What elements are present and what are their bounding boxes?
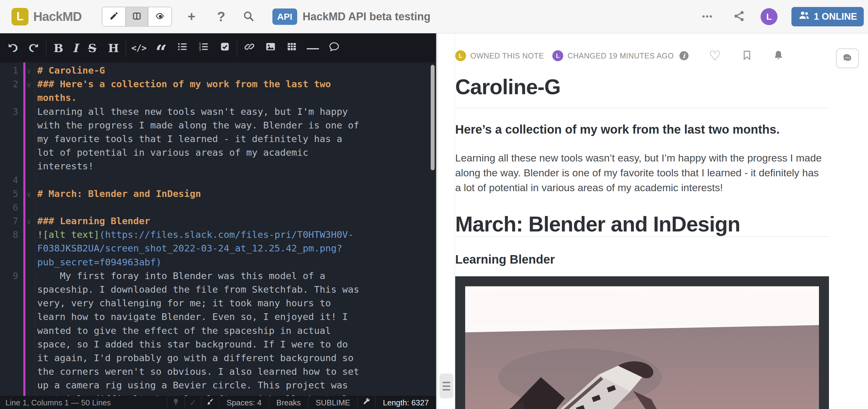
preview-mode-button[interactable] [148,7,171,26]
link-icon [244,41,255,55]
linebreak-setting[interactable]: Breaks [269,396,308,409]
editor-line[interactable]: 2∨### Here's a collection of my work fro… [0,77,436,91]
night-mode-toggle[interactable] [167,396,185,409]
favorite-heart-icon[interactable]: ♡ [709,50,721,62]
main-split: B I S H </> “ 123 [0,33,868,409]
search-button[interactable] [242,7,255,26]
line-number: 8 [0,228,18,241]
editor-line[interactable]: lot of potential in various areas of my … [0,146,436,159]
brand-name[interactable]: HackMD [33,9,82,24]
keymap-setting[interactable]: SUBLIME [308,396,358,409]
editor-line[interactable]: learn how to navigate Blender. Even so, … [0,310,436,324]
pencil-icon [109,11,118,22]
online-users-button[interactable]: 1 ONLINE [792,7,864,26]
editor-line[interactable]: 3Learning all these new tools wasn't eas… [0,105,436,118]
last-editor-avatar[interactable]: L [552,50,563,61]
split-mode-button[interactable] [125,7,148,26]
api-badge: API [272,8,297,25]
editor-line[interactable]: spaceship. I downloaded the file from Sk… [0,283,436,296]
fold-chevron-icon[interactable]: ∨ [18,215,37,229]
new-note-button[interactable]: + [185,7,198,26]
link-button[interactable] [243,38,256,58]
redo-button[interactable] [27,38,40,58]
editor-line[interactable]: 6 [0,201,436,214]
hackmd-logo[interactable]: L [11,8,28,25]
note-meta-row: L OWNED THIS NOTE L CHANGED 19 MINUTES A… [455,50,829,62]
line-text: spaceship. I downloaded the file from Sk… [37,283,359,296]
editor-line[interactable]: months. [0,91,436,105]
paragraph-line: along the way. Blender is one of my favo… [455,166,829,180]
bookmark-icon[interactable] [742,50,752,62]
split-view-icon [132,11,141,22]
line-text: # March: Blender and InDesign [37,187,201,201]
editor-line[interactable]: very, very challenging for me; it took m… [0,296,436,310]
indent-setting[interactable]: Spaces: 4 [219,396,269,409]
editor-line[interactable]: space, so I added this star background. … [0,338,436,351]
insert-image-button[interactable] [264,38,277,58]
divider-rule [455,236,829,237]
more-menu-button[interactable]: ••• [701,7,715,26]
code-button[interactable]: </> [131,38,147,58]
editor-line[interactable]: pub_secret=f094963abf) [0,255,436,269]
line-text: the corners weren't so obvious. I also l… [37,365,359,378]
bold-button[interactable]: B [52,38,65,58]
editor-line[interactable]: wanted to give the effect of the spacesh… [0,324,436,338]
help-button[interactable]: ? [214,7,228,26]
line-text: ### Learning Blender [37,214,150,228]
editor-line[interactable]: 9 My first foray into Blender was this m… [0,269,436,283]
editor-line[interactable]: it again, I'd probably go with a differe… [0,351,436,365]
share-icon [733,10,745,23]
horizontal-rule-button[interactable]: — [306,38,319,58]
editor-line[interactable]: 8![alt text](https://files.slack.com/fil… [0,228,436,241]
fold-chevron-icon[interactable]: ∨ [18,188,37,202]
owner-avatar[interactable]: L [455,50,466,61]
share-button[interactable] [732,7,746,26]
italic-button[interactable]: I [69,38,82,58]
line-number: 1 [0,64,18,77]
comment-panel-tab[interactable] [836,49,859,68]
fold-chevron-icon[interactable]: ∨ [18,78,37,92]
bell-icon[interactable] [773,50,784,62]
info-icon[interactable]: i [679,51,688,60]
editor-line[interactable]: interests! [0,159,436,173]
editor-line[interactable]: my favorite tools that I learned - it de… [0,132,436,146]
editor-line[interactable]: 5∨# March: Blender and InDesign [0,187,436,201]
checklist-button[interactable] [218,38,231,58]
ordered-list-button[interactable]: 123 [197,38,210,58]
paragraph-line: a lot of potential in various areas of m… [455,180,829,195]
editor-line[interactable]: F038JKSB2UA/screen_shot_2022-03-24_at_12… [0,241,436,255]
spellcheck-toggle[interactable]: ✓ [185,396,201,409]
editor-line[interactable]: 1∨# Caroline-G [0,64,436,77]
quote-button[interactable]: “ [155,38,168,58]
editor-line[interactable]: with the progress I made along the way. … [0,118,436,132]
editor-line[interactable]: up a camera rig using a Bevier circle. T… [0,378,436,392]
fold-chevron-icon[interactable]: ∨ [18,64,37,78]
editor-line[interactable]: 7∨### Learning Blender [0,214,436,228]
divider-rule [455,108,829,108]
editor-lines: 1∨# Caroline-G2∨### Here's a collection … [0,62,436,396]
editor-body[interactable]: 1∨# Caroline-G2∨### Here's a collection … [0,62,436,396]
editor-scrollbar-thumb[interactable] [431,65,435,170]
unordered-list-button[interactable] [176,38,189,58]
comment-button[interactable] [328,38,341,58]
strikethrough-button[interactable]: S [86,38,99,58]
preview-subtitle: Here’s a collection of my work from the … [455,121,829,137]
line-text: ![alt text](https://files.slack.com/file… [37,228,353,241]
editor-line[interactable]: the corners weren't so obvious. I also l… [0,365,436,378]
edit-mode-button[interactable] [102,7,125,26]
numbered-list-icon: 123 [198,41,209,55]
table-icon [286,41,297,55]
preferences-button[interactable] [358,396,375,409]
line-text: my favorite tools that I learned - it de… [37,132,342,146]
toolbar-separator [126,39,126,57]
editor-line[interactable]: certainly difficult, but also left me wi… [0,392,436,396]
editor-line[interactable]: 4 [0,173,436,187]
user-avatar[interactable]: L [761,8,777,25]
theme-brush-toggle[interactable] [201,396,219,409]
insert-table-button[interactable] [285,38,299,58]
undo-button[interactable] [6,38,19,58]
pane-divider[interactable] [436,33,455,409]
line-text: Learning all these new tools wasn't easy… [37,105,348,118]
divider-drag-handle[interactable] [439,374,453,399]
heading-button[interactable]: H [107,38,120,58]
